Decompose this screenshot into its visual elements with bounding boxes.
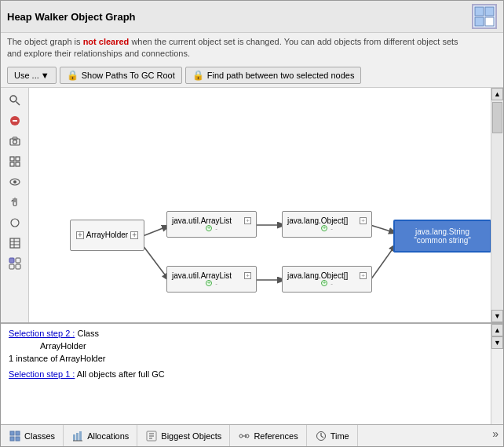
- step1-link[interactable]: Selection step 1 :: [9, 369, 75, 379]
- graph-scroll-area: + ArrayHolder + java.util.ArrayList + + …: [29, 88, 491, 322]
- svg-line-26: [143, 226, 169, 236]
- sidebar-circle-icon[interactable]: [5, 213, 24, 232]
- references-tab-icon: [238, 430, 250, 442]
- svg-rect-38: [79, 431, 82, 441]
- graph-canvas[interactable]: + ArrayHolder + java.util.ArrayList + + …: [29, 88, 491, 322]
- node-objectarray1[interactable]: java.lang.Object[] + + -: [282, 211, 372, 238]
- biggest-tab-icon: [145, 430, 158, 442]
- sidebar-table-icon[interactable]: [5, 234, 24, 253]
- step2-value: Class: [77, 329, 99, 338]
- objectarray2-expand-icon: +: [360, 272, 367, 279]
- minus-icon2: -: [215, 280, 217, 287]
- tab-classes-label: Classes: [24, 431, 55, 441]
- window-title: Heap Walker Object Graph: [7, 11, 136, 23]
- node-objectarray2[interactable]: java.lang.Object[] + + -: [282, 266, 372, 293]
- show-paths-button[interactable]: 🔒 Show Paths To GC Root: [60, 67, 182, 84]
- node-arraylist2[interactable]: java.util.ArrayList + + -: [166, 266, 257, 293]
- graph-scrollbar-right[interactable]: ▲ ▼: [491, 88, 503, 322]
- svg-rect-24: [9, 264, 14, 269]
- allocations-tab-icon: [71, 430, 84, 442]
- tab-biggest[interactable]: Biggest Objects: [137, 425, 230, 446]
- scroll-track[interactable]: [491, 100, 503, 310]
- sidebar-widget-icon[interactable]: [5, 254, 24, 273]
- svg-rect-25: [16, 264, 20, 269]
- node-label-array-holder: ArrayHolder: [86, 231, 128, 239]
- info-content: Selection step 2 : Class ArrayHolder 1 i…: [1, 324, 491, 424]
- scroll-thumb[interactable]: [492, 102, 502, 133]
- svg-rect-34: [10, 437, 14, 441]
- svg-rect-0: [475, 7, 484, 16]
- svg-line-31: [371, 245, 396, 280]
- step2-detail: ArrayHolder: [40, 341, 483, 351]
- title-icon: [472, 4, 497, 29]
- description-text: The object graph is not cleared when the…: [1, 33, 503, 64]
- green-dot3: +: [321, 225, 327, 231]
- find-path-button[interactable]: 🔒 Find path between two selected nodes: [185, 67, 362, 84]
- lock-icon: 🔒: [67, 70, 79, 81]
- node-string-common[interactable]: java.lang.String "common string": [393, 220, 491, 253]
- svg-point-44: [239, 434, 243, 438]
- svg-line-5: [16, 101, 20, 105]
- time-tab-icon: [315, 430, 327, 442]
- node-label-objectarray1: java.lang.Object[]: [287, 216, 348, 225]
- tab-time[interactable]: Time: [307, 425, 358, 446]
- tab-references-label: References: [254, 431, 298, 441]
- minus-icon4: -: [331, 280, 333, 287]
- info-scroll-up[interactable]: ▲: [491, 324, 503, 336]
- tab-biggest-label: Biggest Objects: [161, 431, 221, 441]
- use-button[interactable]: Use ... ▼: [7, 67, 57, 84]
- sidebar-eye-icon[interactable]: [5, 173, 24, 191]
- arraylist1-expand-icon: +: [244, 217, 251, 224]
- more-tabs-button[interactable]: »: [488, 425, 503, 446]
- classes-tab-icon: [9, 430, 21, 442]
- bottom-tabs-bar: Classes Allocations: [1, 424, 503, 446]
- objectarray1-expand-icon: +: [360, 217, 367, 224]
- node-array-holder[interactable]: + ArrayHolder +: [70, 220, 144, 251]
- svg-rect-12: [16, 157, 20, 161]
- tab-time-label: Time: [331, 431, 349, 441]
- minus-icon3: -: [331, 225, 333, 232]
- info-panel: Selection step 2 : Class ArrayHolder 1 i…: [1, 322, 503, 424]
- sidebar-hand-icon[interactable]: [5, 193, 24, 212]
- tab-references[interactable]: References: [230, 425, 306, 446]
- step1-value: All objects after full GC: [77, 369, 165, 379]
- svg-rect-13: [10, 162, 14, 166]
- info-scroll-down[interactable]: ▼: [491, 336, 503, 349]
- svg-rect-37: [76, 433, 79, 441]
- tab-classes[interactable]: Classes: [1, 425, 64, 446]
- svg-rect-7: [13, 120, 17, 122]
- svg-rect-32: [10, 431, 14, 435]
- scroll-down-btn[interactable]: ▼: [491, 310, 503, 322]
- graph-arrows-svg: [29, 88, 491, 322]
- svg-point-9: [13, 140, 16, 144]
- sidebar-grid-icon[interactable]: [5, 152, 24, 171]
- svg-line-49: [321, 436, 323, 438]
- info-scrollbar[interactable]: ▲ ▼: [491, 324, 503, 424]
- node-label-objectarray2: java.lang.Object[]: [287, 271, 348, 280]
- svg-rect-18: [10, 238, 20, 248]
- svg-point-16: [13, 180, 16, 184]
- sidebar: [1, 88, 29, 322]
- svg-line-27: [143, 245, 169, 280]
- tab-allocations-label: Allocations: [87, 431, 129, 441]
- node-label-string: java.lang.String: [415, 227, 469, 236]
- scroll-up-btn[interactable]: ▲: [491, 88, 503, 100]
- svg-rect-14: [16, 162, 20, 166]
- not-cleared-text: not cleared: [83, 37, 130, 46]
- sidebar-search-icon[interactable]: [5, 91, 24, 110]
- tab-allocations[interactable]: Allocations: [64, 425, 137, 446]
- main-window: Heap Walker Object Graph The object grap…: [0, 0, 504, 447]
- sidebar-stop-icon[interactable]: [5, 111, 24, 130]
- svg-rect-1: [485, 7, 494, 16]
- svg-line-30: [371, 225, 396, 233]
- svg-rect-3: [485, 17, 494, 26]
- green-dot1: +: [206, 225, 212, 231]
- node-arraylist1[interactable]: java.util.ArrayList + + -: [166, 211, 257, 238]
- step2-link[interactable]: Selection step 2 :: [9, 329, 75, 338]
- svg-rect-11: [10, 157, 14, 161]
- svg-point-4: [10, 96, 16, 102]
- svg-rect-2: [475, 17, 484, 26]
- toolbar: Use ... ▼ 🔒 Show Paths To GC Root 🔒 Find…: [1, 64, 503, 88]
- expand-icon-right: +: [130, 231, 138, 239]
- sidebar-camera-icon[interactable]: [5, 132, 24, 151]
